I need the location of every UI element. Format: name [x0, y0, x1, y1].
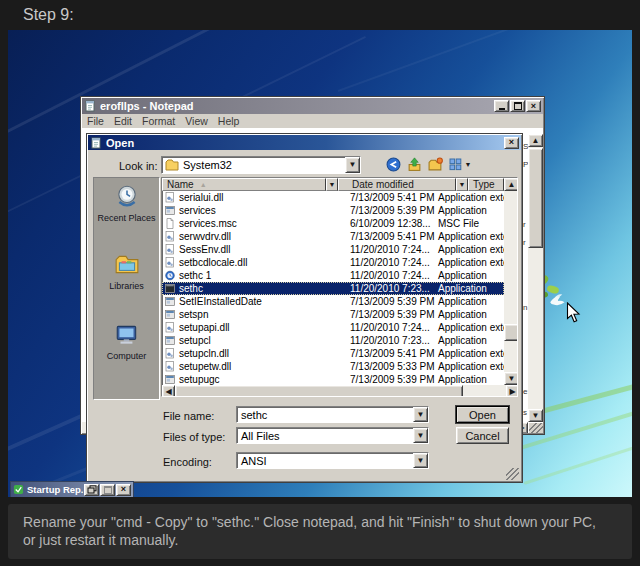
column-filter-icon[interactable]: ▼: [326, 178, 338, 191]
file-list-hscrollbar[interactable]: ◀ ▶: [162, 385, 518, 397]
file-row-services-msc[interactable]: services.msc6/10/2009 12:38...MSC File: [162, 217, 504, 230]
file-list-vscrollbar[interactable]: ▲ ▼: [504, 178, 518, 385]
notepad-menu-format[interactable]: Format: [142, 115, 175, 127]
file-name-label: File name:: [163, 410, 214, 422]
file-type: Application: [438, 335, 487, 346]
scroll-up-icon[interactable]: ▲: [528, 134, 543, 147]
file-row-setieinstalleddate[interactable]: SetIEInstalledDate7/13/2009 5:39 PMAppli…: [162, 295, 504, 308]
sidebar-item-computer[interactable]: Computer: [94, 324, 159, 361]
notepad-vscrollbar[interactable]: ▲ ▼: [528, 134, 543, 422]
notepad-titlebar[interactable]: erofllps - Notepad ×: [82, 98, 543, 114]
file-type: Application: [438, 205, 487, 216]
file-name: services: [179, 205, 216, 216]
file-rows: serialui.dll7/13/2009 5:41 PMApplication…: [162, 191, 504, 385]
file-type: Application: [438, 270, 487, 281]
notepad-maximize-button[interactable]: [510, 100, 525, 112]
notepad-menu-view[interactable]: View: [185, 115, 208, 127]
file-row-setupugc[interactable]: setupugc7/13/2009 5:39 PMApplication: [162, 373, 504, 385]
scroll-left-icon[interactable]: ◀: [162, 385, 175, 397]
file-date-modified: 7/13/2009 5:39 PM: [350, 296, 435, 307]
notepad-menu-file[interactable]: File: [87, 115, 104, 127]
column-header-type[interactable]: Type: [468, 178, 504, 191]
back-icon[interactable]: [384, 156, 402, 172]
file-type: Application exte..: [438, 361, 504, 372]
close-icon[interactable]: ×: [116, 484, 131, 496]
file-row-setupapi-dll[interactable]: setupapi.dll11/20/2010 7:24...Applicatio…: [162, 321, 504, 334]
open-dialog-titlebar[interactable]: Open ×: [88, 135, 521, 150]
chevron-down-icon[interactable]: ▼: [413, 428, 428, 443]
file-date-modified: 7/13/2009 5:39 PM: [350, 205, 435, 216]
scroll-down-icon[interactable]: ▼: [528, 409, 543, 422]
file-row-setspn[interactable]: setspn7/13/2009 5:39 PMApplication: [162, 308, 504, 321]
file-row-sethc[interactable]: sethc11/20/2010 7:23...Application: [162, 282, 504, 295]
open-dialog-close-button[interactable]: ×: [504, 137, 519, 149]
file-date-modified: 7/13/2009 5:41 PM: [350, 192, 435, 203]
file-list-vscroll-thumb[interactable]: [504, 324, 518, 341]
restore-icon[interactable]: [84, 484, 99, 496]
open-button[interactable]: Open: [456, 406, 509, 423]
file-row-services[interactable]: services7/13/2009 5:39 PMApplication: [162, 204, 504, 217]
file-row-serialui-dll[interactable]: serialui.dll7/13/2009 5:41 PMApplication…: [162, 191, 504, 204]
notepad-resize-grip[interactable]: [529, 423, 543, 433]
file-name: services.msc: [179, 218, 237, 229]
scroll-right-icon[interactable]: ▶: [506, 385, 518, 397]
files-of-type-combobox[interactable]: All Files ▼: [236, 427, 429, 444]
file-name: SetIEInstalledDate: [179, 296, 262, 307]
open-dialog-title: Open: [106, 137, 503, 149]
file-row-setupcl[interactable]: setupcl11/20/2010 7:23...Application: [162, 334, 504, 347]
file-date-modified: 7/13/2009 5:39 PM: [350, 309, 435, 320]
file-row-setupcln-dll[interactable]: setupcln.dll7/13/2009 5:41 PMApplication…: [162, 347, 504, 360]
dll-icon: [165, 257, 175, 267]
folder-icon: [165, 159, 179, 171]
startup-repair-taskbar-item[interactable]: Startup Rep... ×: [10, 481, 134, 497]
new-folder-icon[interactable]: [426, 156, 444, 172]
dll-icon: [165, 348, 175, 358]
sidebar-item-recent-places[interactable]: Recent Places: [94, 184, 159, 223]
dll-icon: [165, 244, 175, 254]
notepad-menu-edit[interactable]: Edit: [114, 115, 132, 127]
chevron-down-icon[interactable]: ▼: [413, 407, 428, 422]
file-row-sethc-1[interactable]: sethc 111/20/2010 7:24...Application: [162, 269, 504, 282]
recent-places-icon: [115, 184, 139, 208]
file-row-sessenv-dll[interactable]: SessEnv.dll11/20/2010 7:24...Application…: [162, 243, 504, 256]
file-date-modified: 11/20/2010 7:23...: [350, 335, 430, 346]
file-name: serwvdrv.dll: [179, 231, 231, 242]
maximize-icon[interactable]: [100, 484, 115, 496]
mouse-cursor: [566, 302, 582, 324]
column-filter-icon[interactable]: ▼: [456, 178, 468, 191]
column-header-date-modified[interactable]: Date modified: [338, 178, 456, 191]
file-row-serwvdrv-dll[interactable]: serwvdrv.dll7/13/2009 5:41 PMApplication…: [162, 230, 504, 243]
file-type: Application: [438, 309, 487, 320]
file-type: Application exte..: [438, 231, 504, 242]
up-one-level-icon[interactable]: [405, 156, 423, 172]
file-list-hscroll-thumb[interactable]: [175, 385, 463, 397]
notepad-menu-help[interactable]: Help: [218, 115, 240, 127]
file-name: sethc: [179, 283, 203, 294]
notepad-minimize-button[interactable]: [494, 100, 509, 112]
chevron-down-icon[interactable]: ▼: [413, 453, 428, 468]
chevron-down-icon[interactable]: ▼: [345, 157, 360, 173]
cmd-icon: [165, 283, 175, 293]
views-menu-icon[interactable]: ▼: [447, 156, 473, 172]
scroll-up-icon[interactable]: ▲: [504, 178, 518, 191]
caption-line-2: or just restart it manually.: [23, 531, 617, 549]
sort-ascending-icon: ▲: [200, 181, 207, 188]
encoding-value: ANSI: [237, 455, 413, 467]
files-of-type-label: Files of type:: [163, 431, 225, 443]
files-of-type-value: All Files: [237, 430, 413, 442]
sidebar-item-libraries[interactable]: Libraries: [94, 254, 159, 291]
notepad-text-fragment: r: [523, 239, 526, 247]
file-row-setbcdlocale-dll[interactable]: setbcdlocale.dll11/20/2010 7:24...Applic…: [162, 256, 504, 269]
cancel-button[interactable]: Cancel: [456, 427, 509, 444]
file-row-setupetw-dll[interactable]: setupetw.dll7/13/2009 5:33 PMApplication…: [162, 360, 504, 373]
dialog-resize-grip[interactable]: [506, 468, 519, 480]
file-date-modified: 7/13/2009 5:39 PM: [350, 374, 435, 385]
scroll-down-icon[interactable]: ▼: [504, 372, 518, 385]
notepad-close-button[interactable]: ×: [526, 100, 541, 112]
wallpaper-branch: [524, 442, 632, 485]
column-header-name[interactable]: Name ▲: [162, 178, 326, 191]
look-in-combobox[interactable]: System32 ▼: [161, 156, 361, 174]
encoding-combobox[interactable]: ANSI ▼: [236, 452, 429, 469]
notepad-vscroll-thumb[interactable]: [528, 148, 543, 248]
file-name-combobox[interactable]: sethc ▼: [236, 406, 429, 423]
